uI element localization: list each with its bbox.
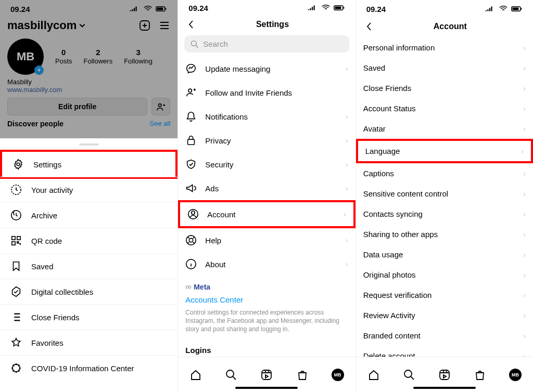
page-title: Settings [256,20,289,29]
sheet-item-close-friends[interactable]: Close Friends [0,304,177,330]
setting-help[interactable]: Help› [178,228,355,252]
setting-follow-invite[interactable]: Follow and Invite Friends [178,81,355,104]
menu-icon[interactable] [159,20,170,31]
logins-header: Logins [178,338,355,356]
row-avatar[interactable]: Avatar› [356,119,533,139]
sheet-item-favorites[interactable]: Favorites [0,330,177,355]
bio-name: Masbilly [7,78,170,86]
chevron-right-icon: › [523,210,526,218]
setting-ads[interactable]: Ads› [178,176,355,200]
see-all-link[interactable]: See all [150,120,171,128]
row-sensitive[interactable]: Sensitive content control› [356,184,533,204]
home-indicator [413,387,476,389]
chevron-right-icon: › [521,147,524,155]
settings-label: Settings [33,160,61,169]
setting-notifications[interactable]: Notifications› [178,104,355,128]
tab-reels[interactable] [438,369,451,381]
sheet-item-collectibles[interactable]: Digital collectibles [0,279,177,304]
list-icon [10,311,22,323]
sheet-item-settings[interactable]: Settings [0,150,177,179]
chevron-right-icon: › [523,44,526,52]
bell-icon [185,111,197,122]
status-bar: 09.24 [178,0,355,14]
tab-home[interactable] [189,369,202,381]
sheet-item-qr[interactable]: QR code [0,228,177,253]
row-sharing[interactable]: Sharing to other apps› [356,224,533,244]
row-review-activity[interactable]: Review Activity› [356,305,533,325]
chevron-right-icon: › [523,84,526,93]
search-input[interactable]: Search [184,35,349,53]
svg-point-21 [189,238,193,242]
chevron-right-icon: › [523,291,526,299]
svg-point-4 [159,104,161,107]
battery-icon [511,3,523,15]
gear-icon [12,159,24,170]
avatar[interactable]: MB + [7,38,44,75]
archive-icon [10,210,22,221]
lock-icon [185,135,197,146]
hexagon-check-icon [10,286,22,297]
sheet-handle[interactable] [79,143,99,146]
activity-icon [10,184,22,195]
row-data-usage[interactable]: Data usage› [356,244,533,265]
account-icon [187,208,199,220]
tab-shop[interactable] [474,369,486,381]
sheet-item-saved[interactable]: Saved [0,253,177,279]
edit-profile-button[interactable]: Edit profile [7,98,147,115]
tab-home[interactable] [367,369,380,381]
username-dropdown[interactable]: masbillycom [7,19,86,32]
accounts-center-link[interactable]: Accounts Center [185,295,348,305]
row-branded-content[interactable]: Branded content› [356,325,533,346]
row-close-friends[interactable]: Close Friends› [356,78,533,98]
setting-about[interactable]: About› [178,252,355,276]
back-button[interactable] [185,19,197,30]
tab-search[interactable] [403,369,415,381]
wifi-icon [498,3,509,15]
chevron-right-icon: › [523,332,526,340]
status-time: 09.24 [10,5,30,14]
tab-shop[interactable] [296,369,309,381]
add-story-icon[interactable]: + [34,66,44,75]
sheet-item-activity[interactable]: Your activity [0,177,177,202]
sheet-item-covid[interactable]: COVID-19 Information Center [0,355,177,381]
row-account-status[interactable]: Account Status› [356,98,533,119]
setting-privacy[interactable]: Privacy› [178,128,355,152]
home-indicator [235,387,298,389]
row-original-photos[interactable]: Original photos› [356,265,533,285]
battery-icon [334,2,345,14]
svg-rect-13 [335,6,341,9]
bio-link[interactable]: www.masbilly.com [7,86,62,94]
tab-search[interactable] [225,369,237,381]
tab-profile[interactable]: MB [332,369,344,381]
help-icon [185,234,197,246]
add-friend-button[interactable] [151,98,170,115]
row-captions[interactable]: Captions› [356,163,533,184]
chevron-right-icon: › [346,160,348,168]
back-button[interactable] [363,21,375,32]
tab-profile[interactable]: MB [509,369,522,381]
following-stat[interactable]: 3Following [124,48,153,66]
wifi-icon [320,2,332,14]
create-icon[interactable] [139,20,150,31]
posts-stat[interactable]: 0Posts [55,48,72,66]
svg-rect-10 [12,242,15,245]
chevron-right-icon: › [523,104,526,113]
signal-icon [484,3,496,15]
wifi-icon [142,3,154,15]
setting-update-messaging[interactable]: Update messaging› [178,57,355,81]
row-language[interactable]: Language› [356,139,533,163]
svg-rect-8 [12,237,15,240]
row-request-verification[interactable]: Request verification› [356,285,533,305]
row-saved[interactable]: Saved› [356,58,533,78]
setting-account[interactable]: Account› [178,200,355,228]
tab-reels[interactable] [260,369,273,381]
row-personal-info[interactable]: Personal information› [356,37,533,58]
followers-stat[interactable]: 2Followers [84,48,113,66]
row-contacts[interactable]: Contacts syncing› [356,204,533,224]
chevron-right-icon: › [523,251,526,259]
svg-rect-14 [343,7,344,8]
setting-security[interactable]: Security› [178,152,355,176]
chevron-right-icon: › [523,125,526,133]
chevron-right-icon: › [523,64,526,72]
sheet-item-archive[interactable]: Archive [0,202,177,228]
